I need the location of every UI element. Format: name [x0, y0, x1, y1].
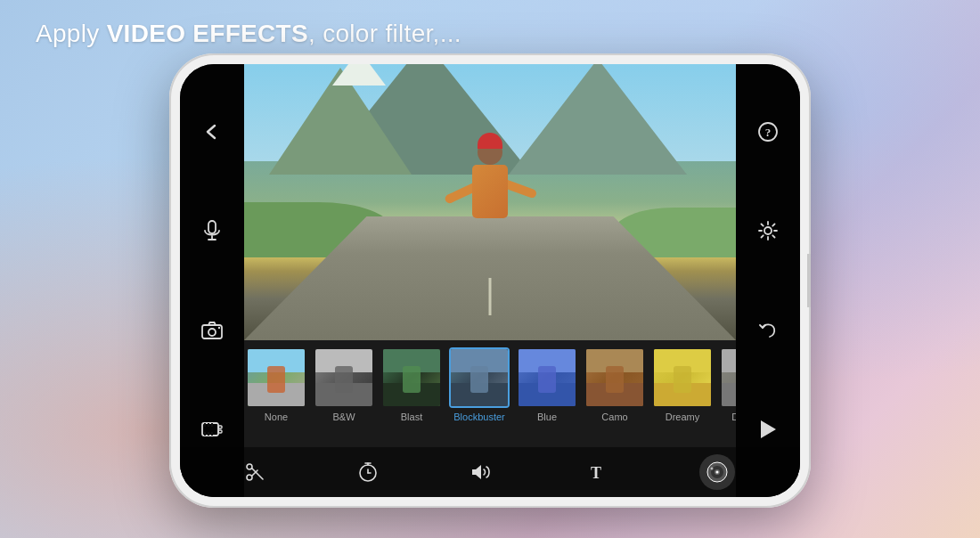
svg-point-4 — [208, 329, 216, 336]
filter-camo[interactable]: Camo — [583, 347, 647, 422]
video-preview — [244, 64, 736, 340]
left-toolbar — [180, 64, 244, 497]
help-button[interactable]: ? — [750, 114, 786, 150]
filter-dreamy[interactable]: Dreamy — [650, 347, 715, 422]
svg-text:T: T — [591, 464, 601, 482]
svg-point-17 — [764, 227, 772, 234]
headline-bold: VIDEO EFFECTS — [107, 20, 308, 47]
svg-rect-14 — [211, 432, 213, 436]
film-strip-button[interactable] — [194, 412, 230, 447]
svg-point-5 — [218, 327, 220, 329]
filter-strip: None B&W — [244, 340, 736, 447]
svg-point-33 — [716, 471, 719, 474]
svg-rect-10 — [208, 423, 209, 427]
phone-side-button — [807, 254, 811, 307]
filter-blue[interactable]: Blue — [515, 347, 579, 422]
svg-text:?: ? — [765, 126, 772, 139]
svg-marker-28 — [472, 465, 481, 479]
svg-rect-0 — [208, 221, 216, 233]
svg-rect-13 — [208, 432, 209, 436]
svg-point-34 — [711, 468, 714, 470]
phone-device: None B&W — [169, 53, 811, 508]
microphone-button[interactable] — [194, 213, 230, 249]
filter-bw[interactable]: B&W — [312, 347, 376, 422]
svg-point-19 — [247, 464, 252, 469]
filter-blast[interactable]: Blast — [380, 347, 444, 422]
effects-button[interactable] — [699, 454, 735, 490]
headline-suffix: , color filter,... — [308, 20, 461, 47]
filter-blockbuster[interactable]: Blockbuster — [447, 347, 511, 422]
bottom-toolbar: T — [180, 447, 800, 497]
headline: Apply VIDEO EFFECTS, color filter,... — [36, 20, 461, 48]
svg-point-20 — [247, 475, 252, 480]
svg-marker-18 — [761, 420, 776, 438]
right-toolbar: ? — [736, 64, 800, 497]
headline-prefix: Apply — [36, 20, 107, 47]
svg-rect-11 — [211, 423, 213, 427]
skater-figure — [437, 102, 543, 263]
svg-rect-12 — [204, 432, 206, 436]
settings-button[interactable] — [750, 213, 786, 249]
svg-rect-7 — [218, 426, 222, 428]
filter-duotone[interactable]: Duotone — [718, 347, 736, 422]
back-button[interactable] — [194, 114, 230, 150]
volume-button[interactable] — [471, 463, 493, 481]
text-tool-button[interactable]: T — [586, 462, 606, 482]
svg-rect-9 — [204, 423, 206, 427]
scissors-button[interactable] — [245, 462, 265, 482]
phone-screen: None B&W — [180, 64, 800, 497]
play-button[interactable] — [750, 412, 786, 447]
svg-rect-8 — [218, 430, 222, 433]
camera-button[interactable] — [194, 313, 230, 348]
filter-none[interactable]: None — [244, 347, 308, 422]
filter-list: None B&W — [244, 340, 736, 447]
timer-button[interactable] — [358, 462, 378, 482]
undo-button[interactable] — [750, 313, 786, 348]
